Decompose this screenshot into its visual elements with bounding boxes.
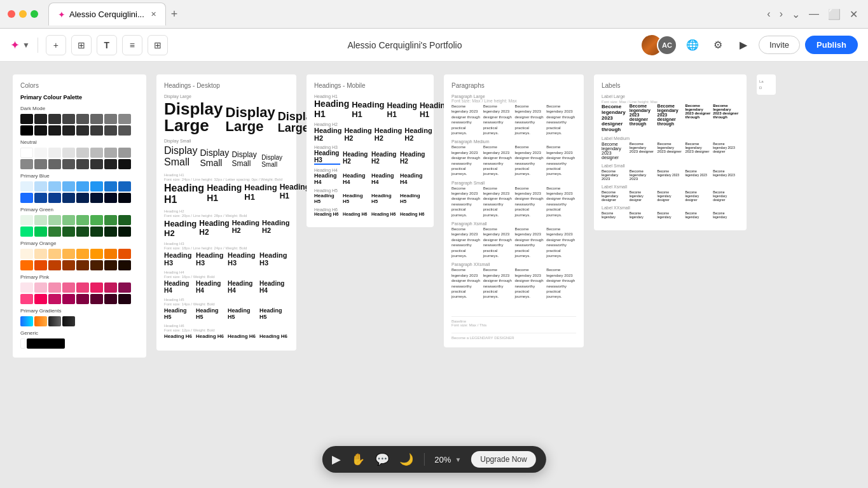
lbl-md-c: Become legendary 2023 designer	[658, 142, 684, 160]
para-sub-cta: Become a LEGENDARY DESIGNER	[451, 336, 576, 340]
swatch	[62, 215, 75, 225]
para-rule	[451, 328, 576, 333]
globe-icon-button[interactable]: 🌐	[682, 35, 703, 55]
zoom-control[interactable]: 20% ▼	[434, 455, 461, 464]
headings-desktop-title: Headings - Desktop	[164, 82, 289, 89]
h1-b: Heading H1	[207, 183, 242, 206]
neutral-row2	[20, 159, 139, 169]
right-panel-partial: La D	[757, 74, 776, 95]
para-large-row: Paragraph Large Font size: Max / Line he…	[451, 94, 576, 136]
swatch	[90, 227, 103, 237]
h1-samples: Heading H1 Heading H1 Heading H1 Heading…	[164, 183, 289, 206]
upgrade-button[interactable]: Upgrade Now	[471, 451, 535, 468]
list-button[interactable]: ≡	[122, 35, 142, 55]
lbl-lg-e: Become legendary 2023 designer through	[713, 104, 739, 132]
hm-h3-c: Heading H2	[371, 151, 397, 165]
disp-sm-md: Display Small	[231, 150, 259, 168]
play-icon-button[interactable]: ▶	[733, 35, 754, 55]
toolbar-logo[interactable]: ✦ ▼	[10, 38, 30, 52]
para-sm-d: Become legendary 2023 designer through n…	[546, 186, 576, 218]
h5-meta: Font size: 14px / Weight: Bold	[164, 302, 289, 306]
invite-button[interactable]: Invite	[759, 36, 800, 54]
right-label2: D	[759, 86, 773, 90]
nav-restore[interactable]: ⬜	[825, 7, 843, 22]
para-md-a: Become legendary 2023 designer through n…	[451, 144, 481, 176]
hm-h6-row: Heading H6 Heading H6 Heading H6 Heading…	[314, 207, 426, 216]
hand-tool[interactable]: ✋	[351, 452, 365, 466]
toolbar-left: ✦ ▼ + ⊞ T ≡ ⊞	[10, 35, 168, 55]
pink-label: Primary Pink	[20, 274, 139, 280]
window-controls[interactable]	[8, 10, 38, 18]
label-small-row: Label Small Become legendary 2023 Become…	[602, 164, 739, 181]
h5-a: Heading H5	[164, 307, 193, 320]
lbl-lg-c: Become legendary 2023 designer through	[658, 104, 684, 132]
nav-back[interactable]: ‹	[764, 7, 773, 22]
hm-h1-a: Heading H1	[314, 99, 349, 119]
close-button[interactable]	[8, 10, 15, 18]
active-tab[interactable]: ✦ Alessio Cerquiglini... ✕	[48, 3, 166, 25]
hm-h2-row: Heading H2 Heading H2 Heading H2 Heading…	[314, 122, 426, 142]
h2-meta: Font size: 20px / Line height: 28px / We…	[164, 214, 289, 218]
tab-favicon: ✦	[58, 10, 65, 20]
display-small-label: Display Small	[164, 139, 289, 143]
lbl-sm-e: Become legendary 2023	[713, 169, 739, 181]
label-medium-row: Label Medium Become legendary 2023 desig…	[602, 136, 739, 160]
nav-close[interactable]: ✕	[847, 7, 860, 22]
cursor-tool[interactable]: ▶	[332, 452, 341, 466]
para-xsmall-row: Paragraph Xsmall Become legendary 2023 d…	[451, 221, 576, 258]
h3-label: Heading H3	[164, 242, 289, 246]
hm-h1-row: Heading H1 Heading H1 Heading H1 Heading…	[314, 94, 426, 119]
h1-row: Heading H1 Font size: 24px / Line height…	[164, 173, 289, 206]
swatch	[118, 227, 131, 237]
lbl-md-d: Become legendary 2023 designer	[685, 142, 711, 160]
swatch	[90, 215, 103, 225]
tab-close-icon[interactable]: ✕	[151, 10, 156, 18]
lbl-lg-b: Become legendary 2023 designer through	[630, 104, 656, 132]
swatch	[48, 148, 61, 158]
swatch	[20, 282, 33, 293]
h3-row: Heading H3 Font size: 18px / Line height…	[164, 242, 289, 267]
h1-meta: Font size: 24px / Line height: 32px / Le…	[164, 178, 289, 181]
add-button[interactable]: +	[46, 35, 66, 55]
h6-b: Heading H6	[196, 333, 225, 339]
apps-button[interactable]: ⊞	[148, 35, 168, 55]
swatch	[62, 316, 75, 326]
colors-panel-title: Colors	[20, 82, 139, 89]
h4-samples: Heading H4 Heading H4 Heading H4 Heading…	[164, 280, 289, 294]
swatch	[34, 215, 47, 225]
label-xsmall-samples: Become legendary designer Become legenda…	[602, 190, 739, 202]
swatch	[20, 193, 33, 203]
generic-row	[20, 338, 139, 349]
nav-chevron[interactable]: ⌄	[789, 7, 803, 22]
blue-label: Primary Blue	[20, 173, 139, 179]
hm-h3-label: Heading H3	[314, 145, 426, 150]
settings-icon-button[interactable]: ⚙	[708, 35, 728, 55]
zoom-dropdown-icon[interactable]: ▼	[455, 456, 461, 463]
maximize-button[interactable]	[31, 10, 38, 18]
h1-c: Heading H1	[244, 183, 277, 206]
minimize-button[interactable]	[19, 10, 27, 18]
para-xs-a: Become legendary 2023 designer through n…	[451, 227, 481, 258]
right-label: La	[759, 80, 773, 83]
label-xxsmall-label: Label XXsmall	[602, 206, 739, 210]
h3-c: Heading H3	[228, 251, 257, 267]
publish-button[interactable]: Publish	[805, 36, 858, 54]
disp-sm-sm: Display Small	[261, 154, 289, 168]
swatch	[34, 316, 47, 326]
swatch	[20, 227, 33, 237]
comment-tool[interactable]: 💬	[375, 452, 389, 466]
swatch	[48, 316, 61, 326]
add-icon: +	[53, 40, 59, 50]
grid-button[interactable]: ⊞	[71, 35, 92, 55]
nav-forward[interactable]: ›	[777, 7, 785, 22]
new-tab-button[interactable]: +	[166, 5, 183, 24]
label-medium-samples: Become legendary 2023 designer Become le…	[602, 142, 739, 160]
swatch	[104, 114, 117, 124]
headings-mobile-panel: Headings - Mobile Heading H1 Heading H1 …	[307, 74, 434, 227]
nav-minus[interactable]: —	[806, 7, 822, 22]
para-xxsmall-label: Paragraph XXsmall	[451, 262, 576, 267]
para-xs-c: Become legendary 2023 designer through n…	[515, 227, 545, 258]
dark-mode-tool[interactable]: 🌙	[399, 452, 413, 466]
text-button[interactable]: T	[97, 35, 117, 55]
h5-d: Heading H5	[259, 307, 289, 320]
